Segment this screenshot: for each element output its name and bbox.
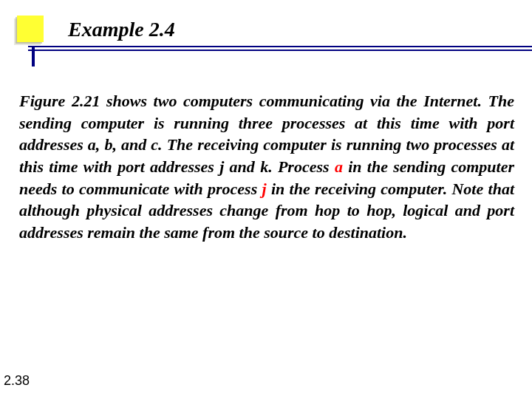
header-rule [28, 46, 532, 51]
header-rule-bottom [28, 50, 532, 51]
emphasis-process-a: a [335, 157, 343, 176]
slide-title: Example 2.4 [68, 18, 175, 41]
page-number: 2.38 [4, 373, 30, 389]
header-rule-top [28, 46, 532, 47]
bullet-decor-box [17, 16, 44, 42]
body-paragraph: Figure 2.21 shows two computers communic… [19, 90, 514, 244]
slide-header: Example 2.4 [0, 0, 532, 58]
header-vertical-bar [32, 46, 35, 66]
